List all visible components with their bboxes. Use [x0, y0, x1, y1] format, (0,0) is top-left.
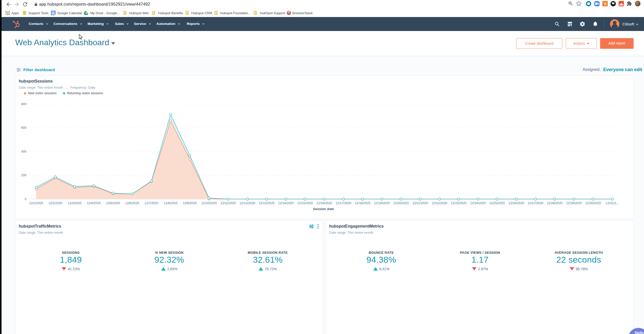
svg-text:0: 0	[25, 197, 26, 201]
svg-text:12/29/2020: 12/29/2020	[566, 201, 582, 205]
svg-text:12/19/2020: 12/19/2020	[374, 201, 390, 205]
svg-text:12/17/2020: 12/17/2020	[336, 201, 351, 205]
svg-text:12/27/2020: 12/27/2020	[528, 201, 544, 205]
svg-text:12/23/2020: 12/23/2020	[451, 201, 467, 205]
svg-text:12/5/2020: 12/5/2020	[106, 201, 120, 205]
svg-text:12/26/2020: 12/26/2020	[509, 201, 524, 205]
svg-text:12/4/2020: 12/4/2020	[87, 201, 101, 205]
svg-text:12/1/2020: 12/1/2020	[29, 201, 43, 205]
svg-text:12/21/2020: 12/21/2020	[412, 201, 428, 205]
svg-text:12/24/2020: 12/24/2020	[470, 201, 486, 205]
svg-text:600: 600	[21, 126, 26, 130]
svg-text:12/25/2020: 12/25/2020	[489, 201, 505, 205]
svg-text:12/10/2020: 12/10/2020	[201, 201, 217, 205]
svg-text:12/15/2020: 12/15/2020	[297, 201, 313, 205]
svg-text:12/22/2020: 12/22/2020	[432, 201, 447, 205]
svg-text:400: 400	[21, 150, 26, 153]
svg-text:12/7/2020: 12/7/2020	[144, 201, 158, 205]
svg-text:800: 800	[21, 102, 26, 106]
svg-text:12/14/2020: 12/14/2020	[278, 201, 294, 205]
svg-text:12/9/2020: 12/9/2020	[183, 201, 197, 205]
svg-text:12/28/2020: 12/28/2020	[547, 201, 563, 205]
svg-text:12/16/2020: 12/16/2020	[316, 201, 332, 205]
svg-text:12/2/2020: 12/2/2020	[48, 201, 62, 205]
svg-text:12/18/2020: 12/18/2020	[355, 201, 370, 205]
svg-text:12/13/2020: 12/13/2020	[259, 201, 275, 205]
svg-text:12/31/2...: 12/31/2...	[606, 201, 619, 205]
svg-text:12/11/2020: 12/11/2020	[221, 201, 236, 205]
svg-text:Session date: Session date	[313, 207, 334, 211]
svg-text:12/20/2020: 12/20/2020	[393, 201, 409, 205]
svg-text:12/30/2020: 12/30/2020	[585, 201, 601, 205]
svg-text:12/12/2020: 12/12/2020	[240, 201, 255, 205]
svg-text:12/8/2020: 12/8/2020	[164, 201, 178, 205]
svg-text:200: 200	[21, 173, 26, 177]
svg-text:12/3/2020: 12/3/2020	[68, 201, 82, 205]
svg-text:12/6/2020: 12/6/2020	[125, 201, 139, 205]
